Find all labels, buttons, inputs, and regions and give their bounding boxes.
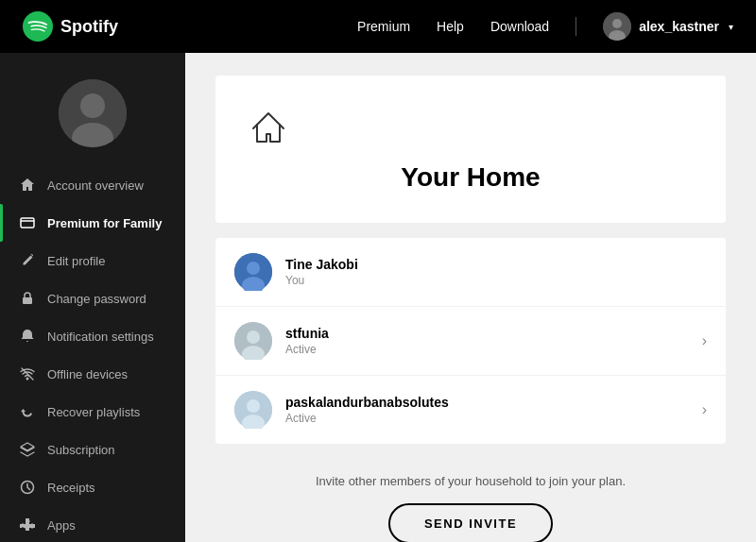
sidebar-label: Account overview xyxy=(47,178,144,193)
premium-link[interactable]: Premium xyxy=(357,19,410,34)
member-info: stfunia Active xyxy=(285,326,702,356)
svg-point-5 xyxy=(80,93,105,118)
logo-text: Spotify xyxy=(60,17,118,37)
main-content: Your Home Tine Jakobi You xyxy=(185,53,756,542)
chevron-down-icon: ▾ xyxy=(729,22,733,32)
sidebar-item-recover-playlists[interactable]: Recover playlists xyxy=(0,393,185,431)
member-status: You xyxy=(285,274,707,287)
sidebar-item-edit-profile[interactable]: Edit profile xyxy=(0,242,185,279)
member-name: paskalandurbanabsolutes xyxy=(285,395,702,410)
avatar-image xyxy=(59,79,127,147)
sidebar-label: Receipts xyxy=(47,481,95,495)
home-title: Your Home xyxy=(246,162,696,193)
topnav-right: Premium Help Download alex_kastner ▾ xyxy=(357,12,733,41)
sidebar-nav: Account overview Premium for Family xyxy=(0,166,185,542)
sidebar-label: Recover playlists xyxy=(47,405,140,419)
bell-icon xyxy=(19,328,36,345)
members-card: Tine Jakobi You stfunia Active › xyxy=(215,238,726,444)
sidebar-label: Offline devices xyxy=(47,367,128,381)
pencil-icon xyxy=(19,252,36,269)
member-avatar xyxy=(234,322,272,360)
member-name: stfunia xyxy=(285,326,702,341)
sidebar-item-premium-for-family[interactable]: Premium for Family xyxy=(0,204,185,242)
sidebar-label: Subscription xyxy=(47,443,115,457)
body-layout: Account overview Premium for Family xyxy=(0,53,756,542)
sidebar-label: Premium for Family xyxy=(47,216,162,230)
user-menu[interactable]: alex_kastner ▾ xyxy=(603,12,733,41)
sidebar-item-offline-devices[interactable]: Offline devices xyxy=(0,355,185,393)
refresh-icon xyxy=(19,403,36,420)
home-house-icon xyxy=(246,106,696,151)
send-invite-button[interactable]: SEND INVITE xyxy=(388,503,553,542)
member-row[interactable]: stfunia Active › xyxy=(215,307,726,376)
sidebar-label: Notification settings xyxy=(47,330,154,344)
svg-point-17 xyxy=(247,330,260,344)
svg-rect-7 xyxy=(21,218,34,228)
topnav: Spotify Premium Help Download alex_kastn… xyxy=(0,0,756,53)
sidebar: Account overview Premium for Family xyxy=(0,53,185,542)
member-row[interactable]: paskalandurbanabsolutes Active › xyxy=(215,376,726,444)
lock-icon xyxy=(19,290,36,307)
svg-rect-8 xyxy=(23,297,32,304)
wifi-off-icon xyxy=(19,365,36,382)
home-card: Your Home xyxy=(215,76,726,223)
nav-divider xyxy=(576,17,576,36)
member-chevron-icon: › xyxy=(702,332,707,349)
sidebar-item-notification-settings[interactable]: Notification settings xyxy=(0,317,185,355)
member-info: Tine Jakobi You xyxy=(285,257,707,287)
member-info: paskalandurbanabsolutes Active xyxy=(285,395,702,425)
sidebar-item-subscription[interactable]: Subscription xyxy=(0,431,185,468)
sidebar-item-change-password[interactable]: Change password xyxy=(0,279,185,317)
username-label: alex_kastner xyxy=(639,19,719,34)
invite-section: Invite other members of your household t… xyxy=(215,466,726,542)
invite-text: Invite other members of your household t… xyxy=(215,474,726,488)
member-avatar xyxy=(234,391,272,429)
svg-point-9 xyxy=(26,378,29,381)
spotify-logo[interactable]: Spotify xyxy=(23,11,118,42)
member-status: Active xyxy=(285,412,702,425)
sidebar-label: Change password xyxy=(47,292,146,306)
card-icon xyxy=(19,214,36,231)
sidebar-label: Apps xyxy=(47,518,76,533)
layers-icon xyxy=(19,441,36,458)
svg-point-14 xyxy=(247,262,260,275)
svg-point-0 xyxy=(23,11,53,42)
member-name: Tine Jakobi xyxy=(285,257,707,272)
member-chevron-icon: › xyxy=(702,401,707,418)
sidebar-label: Edit profile xyxy=(47,254,105,268)
avatar xyxy=(603,12,631,41)
member-avatar xyxy=(234,253,272,291)
download-link[interactable]: Download xyxy=(490,19,549,34)
clock-icon xyxy=(19,479,36,496)
member-row[interactable]: Tine Jakobi You xyxy=(215,238,726,307)
member-status: Active xyxy=(285,343,702,356)
sidebar-item-account-overview[interactable]: Account overview xyxy=(0,166,185,204)
sidebar-item-receipts[interactable]: Receipts xyxy=(0,468,185,506)
svg-point-2 xyxy=(612,19,622,28)
puzzle-icon xyxy=(19,517,36,534)
help-link[interactable]: Help xyxy=(437,19,464,34)
sidebar-item-apps[interactable]: Apps xyxy=(0,506,185,542)
home-icon xyxy=(19,177,36,194)
sidebar-avatar xyxy=(0,64,185,166)
svg-point-20 xyxy=(247,399,260,413)
